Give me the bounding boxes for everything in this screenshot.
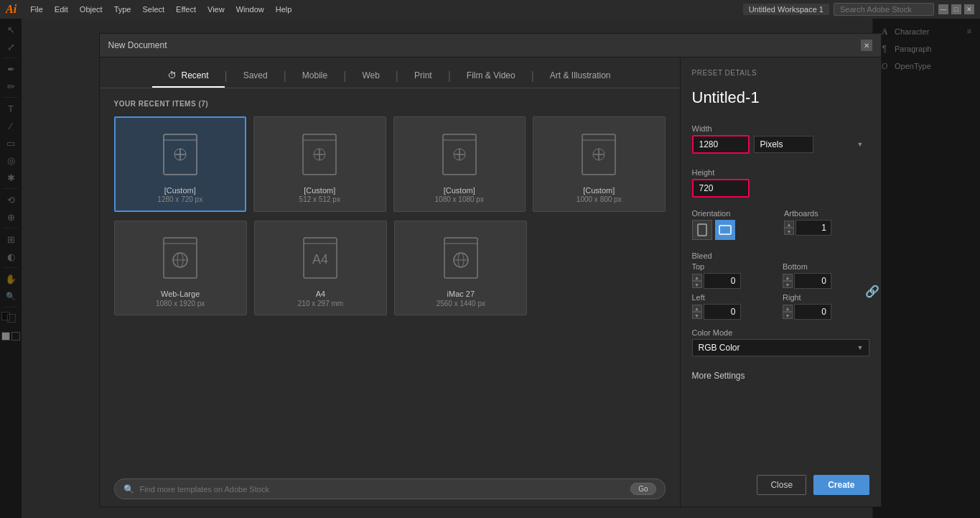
height-label: Height [692, 168, 778, 177]
menu-help[interactable]: Help [271, 4, 297, 15]
svg-rect-34 [719, 226, 731, 234]
dialog-close-button[interactable]: ✕ [861, 40, 872, 51]
orientation-label: Orientation [692, 209, 778, 218]
template-card-0[interactable]: [Custom] 1280 x 720 px [114, 116, 247, 212]
unit-select[interactable]: Pixels Inches Centimeters Millimeters Po… [754, 136, 813, 153]
color-mode-group: Color Mode RGB Color CMYK Color [692, 328, 869, 356]
template-size-0: 1280 x 720 px [157, 195, 202, 203]
dialog-footer: Close Create [692, 463, 869, 495]
search-input[interactable] [834, 3, 934, 16]
orientation-buttons [692, 220, 778, 240]
template-size-web-large: 1080 x 1920 px [156, 300, 205, 307]
template-name-2: [Custom] [444, 185, 475, 195]
bleed-grid: Top ▲▼ Bottom ▲▼ [692, 262, 869, 320]
template-icon-2 [438, 129, 481, 180]
artboards-down[interactable]: ▼ [784, 228, 794, 235]
bleed-right-row: ▲▼ [783, 304, 869, 320]
template-icon-imac27 [439, 233, 482, 283]
height-field-group: Height [692, 168, 778, 198]
menu-effect[interactable]: Effect [171, 4, 201, 15]
bleed-left-group: Left ▲▼ [692, 293, 779, 320]
art-tab-label: Art & Illustration [550, 70, 611, 80]
template-card-3[interactable]: [Custom] 1000 x 800 px [533, 116, 666, 212]
template-name-0: [Custom] [164, 185, 196, 195]
artboards-up[interactable]: ▲ [784, 221, 794, 228]
bleed-label: Bleed [692, 251, 869, 260]
content-area: YOUR RECENT ITEMS (7) [100, 88, 680, 471]
bleed-top-up[interactable]: ▲ [692, 274, 702, 281]
bleed-bottom-up[interactable]: ▲ [783, 274, 793, 281]
template-card-2[interactable]: [Custom] 1080 x 1080 px [393, 116, 526, 212]
tabs-bar: ⏱ Recent | Saved | Mobile | Web | [100, 57, 680, 88]
width-row: Pixels Inches Centimeters Millimeters Po… [692, 135, 869, 154]
bleed-left-row: ▲▼ [692, 304, 779, 320]
menu-bar: Ai File Edit Object Type Select Effect V… [0, 0, 980, 19]
template-icon-3 [577, 129, 620, 180]
dialog-title: New Document [108, 40, 167, 50]
bleed-right-input[interactable] [794, 304, 831, 320]
search-icon: 🔍 [123, 484, 134, 494]
color-mode-select[interactable]: RGB Color CMYK Color [692, 339, 869, 356]
artboards-label: Artboards [784, 209, 869, 218]
menu-view[interactable]: View [202, 4, 230, 15]
modal-overlay: New Document ✕ ⏱ Recent | Saved [0, 19, 980, 518]
color-mode-label: Color Mode [692, 328, 869, 337]
tab-film-video[interactable]: Film & Video [451, 65, 531, 88]
maximize-button[interactable]: □ [951, 4, 961, 14]
tab-recent[interactable]: ⏱ Recent [152, 65, 224, 88]
menu-file[interactable]: File [25, 4, 48, 15]
bleed-top-label: Top [692, 262, 779, 271]
template-card-a4[interactable]: A4 A4 210 x 297 mm [254, 221, 387, 315]
bleed-left-down[interactable]: ▼ [692, 312, 702, 319]
close-window-button[interactable]: ✕ [964, 4, 974, 14]
close-button[interactable]: Close [757, 475, 806, 495]
tab-print[interactable]: Print [398, 65, 448, 88]
bleed-link-icon[interactable]: 🔗 [865, 285, 879, 298]
template-card-web-large[interactable]: Web-Large 1080 x 1920 px [114, 221, 247, 315]
new-document-dialog: New Document ✕ ⏱ Recent | Saved [99, 33, 882, 507]
bleed-top-down[interactable]: ▼ [692, 281, 702, 288]
width-input[interactable] [692, 135, 750, 154]
bleed-top-row: ▲▼ [692, 273, 779, 289]
template-card-1[interactable]: [Custom] 512 x 512 px [253, 116, 386, 212]
minimize-button[interactable]: — [938, 4, 948, 14]
portrait-button[interactable] [692, 220, 712, 240]
bleed-left-up[interactable]: ▲ [692, 305, 702, 312]
artboards-input[interactable] [795, 220, 831, 236]
menu-select[interactable]: Select [137, 4, 169, 15]
menu-object[interactable]: Object [75, 4, 108, 15]
more-settings-link[interactable]: More Settings [692, 371, 745, 381]
orientation-group: Orientation [692, 209, 778, 240]
preset-title[interactable]: Untitled-1 [692, 88, 869, 107]
menu-window[interactable]: Window [231, 4, 269, 15]
bleed-bottom-down[interactable]: ▼ [783, 281, 793, 288]
template-card-imac27[interactable]: iMac 27 2560 x 1440 px [394, 221, 527, 315]
bleed-left-label: Left [692, 293, 779, 302]
bleed-left-input[interactable] [704, 304, 741, 320]
workspace-name[interactable]: Untitled Workspace 1 [743, 4, 829, 15]
preset-label: PRESET DETAILS [692, 69, 869, 77]
bleed-right-up[interactable]: ▲ [783, 305, 793, 312]
tab-saved[interactable]: Saved [228, 65, 284, 88]
saved-tab-label: Saved [243, 70, 268, 80]
landscape-button[interactable] [715, 220, 735, 240]
tab-art-illustration[interactable]: Art & Illustration [534, 65, 627, 88]
bleed-right-label: Right [783, 293, 869, 302]
height-input[interactable] [692, 179, 750, 198]
bleed-bottom-label: Bottom [783, 262, 869, 271]
app-logo: Ai [6, 3, 17, 16]
bleed-top-input[interactable] [704, 273, 741, 289]
tab-web[interactable]: Web [346, 65, 395, 88]
create-button[interactable]: Create [813, 475, 869, 495]
template-size-3: 1000 x 800 px [577, 195, 622, 203]
artboards-group: Artboards ▲ ▼ [784, 209, 869, 240]
menu-edit[interactable]: Edit [50, 4, 73, 15]
tab-mobile[interactable]: Mobile [286, 65, 343, 88]
search-go-button[interactable]: Go [630, 483, 655, 495]
bleed-bottom-input[interactable] [794, 273, 831, 289]
template-search-input[interactable] [140, 485, 625, 494]
menu-type[interactable]: Type [109, 4, 136, 15]
more-settings-row: More Settings [692, 371, 869, 381]
bleed-right-down[interactable]: ▼ [783, 312, 793, 319]
dialog-right-panel: PRESET DETAILS Untitled-1 Width Pixels [680, 57, 881, 507]
